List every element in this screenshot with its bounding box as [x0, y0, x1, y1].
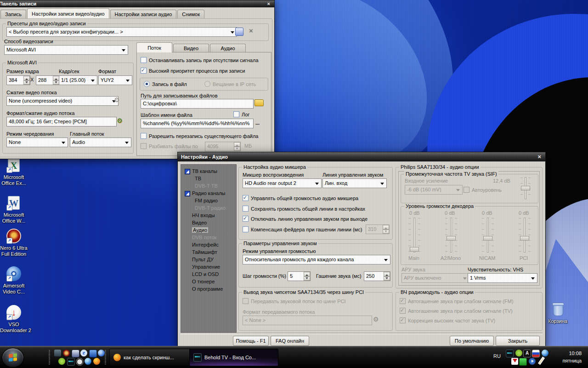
media-center-icon[interactable]: [85, 358, 91, 365]
tab-audio[interactable]: Аудио: [210, 44, 246, 52]
tree-item-lf-inputs[interactable]: НЧ входы: [181, 212, 236, 219]
save-preset-icon[interactable]: [235, 28, 243, 36]
tray-battery-icon[interactable]: [519, 358, 527, 366]
tray-media-icon[interactable]: [542, 350, 548, 356]
taskbar-clock[interactable]: 10:08 пятница: [562, 350, 582, 364]
overwrite-checkbox[interactable]: [141, 133, 147, 139]
tab-video[interactable]: Видео: [173, 44, 209, 52]
tree-item-about-tuner[interactable]: О тюнере: [181, 278, 236, 285]
recording-window-titlebar[interactable]: Панель записи ×: [0, 0, 274, 7]
main-stream-select[interactable]: Audio: [70, 138, 131, 147]
task-button-behold-tv[interactable]: Behold TV - Вход Co...: [189, 349, 278, 366]
sensitivity-select[interactable]: 1 Vrms: [468, 273, 537, 283]
media-player-classic-icon[interactable]: [54, 350, 61, 356]
path-field[interactable]: C:\оцифровка\: [141, 99, 254, 109]
tray-utorrent-icon[interactable]: [515, 350, 522, 356]
stop-on-no-signal-checkbox[interactable]: [141, 57, 147, 63]
tree-item-control[interactable]: Управление: [181, 263, 236, 270]
browse-folder-icon[interactable]: [254, 99, 264, 106]
behold-tv-icon[interactable]: [67, 358, 75, 366]
close-icon[interactable]: ×: [537, 152, 541, 161]
frame-width-stepper[interactable]: 384: [6, 75, 30, 85]
utorrent-icon[interactable]: [58, 358, 65, 365]
tray-wand-icon[interactable]: [537, 358, 544, 365]
interleave-select[interactable]: None: [6, 138, 68, 147]
high-priority-checkbox[interactable]: [141, 68, 147, 74]
template-more-button[interactable]: ...: [255, 120, 260, 126]
defaults-button[interactable]: По умолчанию: [450, 336, 494, 346]
tree-item-audio[interactable]: Аудио: [181, 226, 236, 234]
tab-audio-settings[interactable]: Настройки записи аудио: [110, 10, 177, 18]
tab-video-audio-settings[interactable]: Настройки записи видео/аудио: [27, 8, 109, 18]
tree-item-lcd-osd[interactable]: LCD и OSD: [181, 270, 236, 278]
desktop-icon-excel[interactable]: X MicrosoftOffice Ex...: [0, 157, 28, 186]
spinner-buttons[interactable]: [384, 272, 390, 281]
spinner-buttons[interactable]: [304, 272, 310, 281]
save-floppy-icon[interactable]: [72, 350, 79, 357]
audio-codec-settings-icon[interactable]: ⚙: [117, 117, 123, 124]
tree-item-tv[interactable]: ТВ: [181, 175, 236, 182]
language-indicator[interactable]: RU: [493, 353, 501, 359]
keep-volume-checkbox[interactable]: [243, 206, 249, 212]
tree-item-fm-radio[interactable]: FM радио: [181, 197, 236, 204]
tree-item-about-program[interactable]: О программе: [181, 285, 236, 293]
tray-punto-icon[interactable]: [523, 350, 531, 357]
tab-snapshot[interactable]: Снимок: [177, 10, 204, 18]
mute-time-stepper[interactable]: 250: [364, 271, 390, 281]
tray-download-icon[interactable]: [511, 358, 518, 365]
display-icon[interactable]: [89, 350, 97, 357]
tray-behold-icon[interactable]: [506, 350, 514, 357]
volume-mode-select[interactable]: Относительная громкость для каждого кана…: [243, 255, 390, 264]
faq-button[interactable]: FAQ онлайн: [271, 336, 309, 346]
tree-item-timeshift[interactable]: Таймшифт: [181, 248, 236, 256]
video-codec-select[interactable]: None (uncompressed video): [6, 96, 119, 106]
desktop-icon-aimersoft[interactable]: AimersoftVideo C...: [0, 266, 28, 295]
mute-on-exit-checkbox[interactable]: [243, 216, 249, 222]
filename-template-field[interactable]: %channel% (%yy%%mm%%dd%-%hh%%nn%: [141, 119, 254, 128]
audio-format-field[interactable]: 48,000 кГц; 16 бит; Стерео [PCM]: [6, 117, 117, 126]
quicklaunch-grip[interactable]: [49, 350, 50, 364]
close-button[interactable]: Закрыть: [496, 336, 540, 346]
globe-icon[interactable]: [98, 350, 105, 356]
preset-select[interactable]: < Выбор пресета для загрузки конфигураци…: [6, 27, 237, 37]
tray-ru-flag-icon[interactable]: [532, 350, 540, 357]
tree-item-remote[interactable]: Пульт ДУ: [181, 256, 236, 263]
desktop-icon-nero[interactable]: Nero 6 UltraFull Edition: [0, 228, 28, 257]
fader-checkbox[interactable]: [243, 226, 249, 232]
volume-step-stepper[interactable]: 5: [288, 271, 311, 281]
start-button[interactable]: [2, 348, 24, 368]
desktop-icon-word[interactable]: W MicrosoftOffice W...: [0, 195, 28, 224]
help-button[interactable]: Помощь - F1: [233, 336, 269, 346]
firefox-quicklaunch-icon[interactable]: [93, 358, 100, 365]
tab-record[interactable]: Запись: [0, 10, 26, 18]
tray-player-icon[interactable]: [529, 358, 536, 365]
tree-item-video[interactable]: Видео: [181, 219, 236, 226]
log-checkbox[interactable]: [233, 111, 239, 117]
tree-item-interface[interactable]: Интерфейс: [181, 241, 236, 248]
taskbar-grip[interactable]: [105, 350, 106, 364]
delete-preset-icon[interactable]: ×: [249, 27, 253, 34]
settings-window-titlebar[interactable]: Настройки - Аудио ×: [178, 152, 545, 161]
line-select[interactable]: Лин. вход: [322, 178, 387, 188]
task-button-firefox[interactable]: как сделать скринш...: [109, 349, 195, 366]
tree-item-tv-channels[interactable]: ТВ каналы: [181, 167, 236, 175]
mixer-select[interactable]: HD Audio rear output 2: [243, 178, 322, 188]
spinner-buttons[interactable]: [53, 76, 59, 85]
tree-item-radio-channels[interactable]: Радио каналы: [181, 190, 236, 197]
spinner-buttons[interactable]: [23, 76, 30, 85]
desktop-icon-vso[interactable]: VSODownloader 2: [0, 305, 28, 334]
internet-explorer-icon[interactable]: [80, 350, 87, 356]
method-select[interactable]: Microsoft AVI: [4, 45, 128, 55]
desktop-icon-recycle-bin[interactable]: Корзина: [544, 301, 571, 324]
nero-quicklaunch-icon[interactable]: [63, 350, 70, 356]
clock-app-icon[interactable]: [76, 358, 84, 366]
fps-select[interactable]: 1/1 (25.00): [59, 75, 97, 85]
tab-stream[interactable]: Поток: [136, 42, 172, 52]
record-to-file-radio[interactable]: [144, 81, 150, 87]
frame-height-stepper[interactable]: 288: [36, 75, 60, 85]
close-icon[interactable]: ×: [267, 0, 270, 7]
autolevel-checkbox: [464, 187, 469, 193]
format-select[interactable]: YUY2: [98, 75, 132, 85]
audio-compression-label: Формат/сжатие аудио потока: [6, 110, 74, 116]
master-volume-checkbox[interactable]: [243, 195, 249, 201]
